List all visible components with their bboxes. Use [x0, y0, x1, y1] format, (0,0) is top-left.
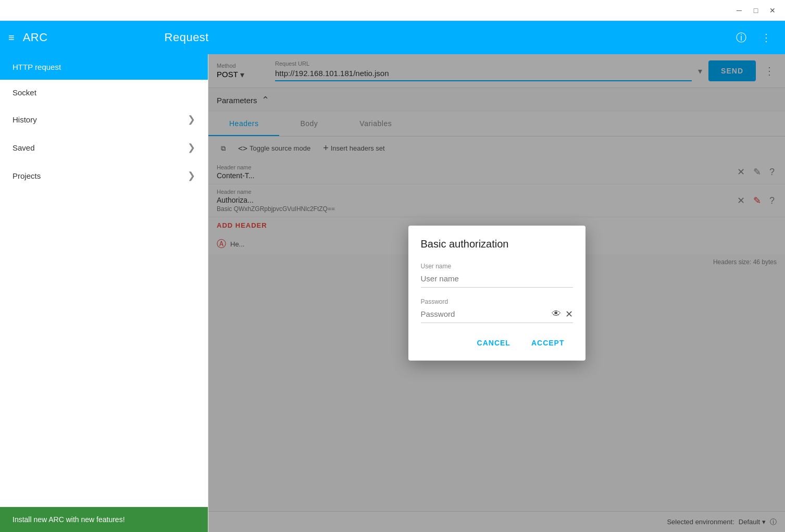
- sidebar-item-label: Projects: [13, 171, 41, 180]
- sidebar-item-label: History: [13, 115, 37, 124]
- username-label: User name: [421, 263, 573, 270]
- sidebar: HTTP request Socket History ❯ Saved ❯ Pr…: [0, 54, 208, 532]
- maximize-button[interactable]: □: [747, 2, 764, 19]
- sidebar-item-history[interactable]: History ❯: [0, 105, 208, 133]
- dialog-overlay: Basic authorization User name Password 👁…: [208, 54, 785, 532]
- accept-button[interactable]: ACCEPT: [523, 333, 573, 352]
- sidebar-item-label: Saved: [13, 143, 35, 152]
- dialog-title: Basic authorization: [421, 238, 573, 250]
- dialog-actions: CANCEL ACCEPT: [421, 333, 573, 352]
- minimize-button[interactable]: ─: [731, 2, 747, 19]
- app-name: ARC: [23, 31, 165, 44]
- chevron-down-icon: ❯: [188, 142, 195, 153]
- more-menu-button[interactable]: ⋮: [756, 27, 777, 48]
- content-area: Method POST ▾ Request URL ▾ SEND ⋮ Param…: [208, 54, 785, 532]
- menu-icon[interactable]: ≡: [8, 32, 15, 44]
- install-banner[interactable]: Install new ARC with new features!: [0, 507, 208, 532]
- clear-password-icon[interactable]: ✕: [565, 308, 573, 320]
- cancel-button[interactable]: CANCEL: [469, 333, 519, 352]
- username-input[interactable]: [421, 272, 573, 285]
- info-button[interactable]: ⓘ: [731, 27, 752, 48]
- username-field: User name: [421, 263, 573, 288]
- sidebar-item-projects[interactable]: Projects ❯: [0, 162, 208, 190]
- password-field: Password 👁 ✕: [421, 298, 573, 323]
- toggle-password-visibility-icon[interactable]: 👁: [552, 308, 561, 319]
- appbar: ≡ ARC Request ⓘ ⋮: [0, 21, 785, 54]
- sidebar-item-label: Socket: [13, 88, 36, 97]
- sidebar-item-saved[interactable]: Saved ❯: [0, 133, 208, 162]
- password-label: Password: [421, 298, 573, 305]
- sidebar-item-label: HTTP request: [13, 63, 61, 71]
- chevron-down-icon: ❯: [188, 170, 195, 181]
- sidebar-item-socket[interactable]: Socket: [0, 80, 208, 105]
- chevron-down-icon: ❯: [188, 114, 195, 125]
- sidebar-item-http-request[interactable]: HTTP request: [0, 54, 208, 80]
- close-button[interactable]: ✕: [764, 2, 781, 19]
- titlebar: ─ □ ✕: [0, 0, 785, 21]
- basic-auth-dialog: Basic authorization User name Password 👁…: [408, 226, 585, 361]
- password-input[interactable]: [421, 307, 547, 320]
- page-title: Request: [165, 31, 731, 44]
